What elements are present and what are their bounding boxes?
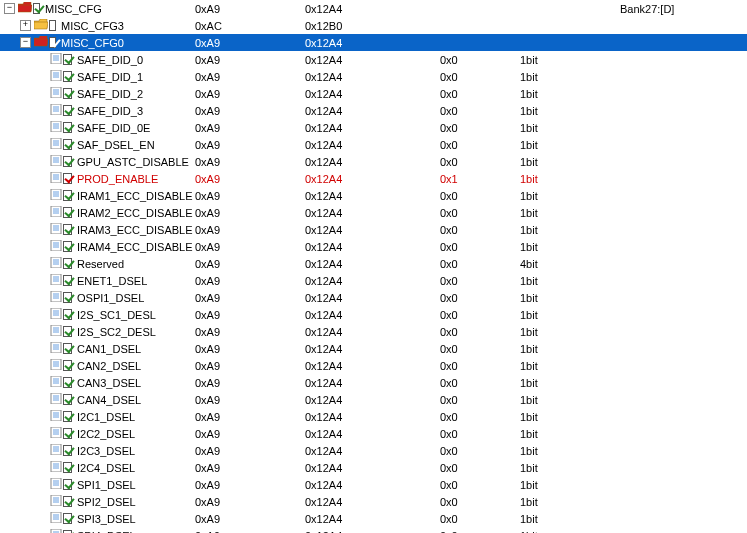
checkbox[interactable] xyxy=(63,156,72,167)
cell-c2: 0x12A4 xyxy=(305,122,440,134)
expand-toggle-icon xyxy=(36,377,47,388)
checkbox[interactable] xyxy=(63,190,72,201)
tree-row[interactable]: I2C3_DSEL0xA90x12A40x01bit xyxy=(0,442,747,459)
checkbox[interactable] xyxy=(63,54,72,65)
checkbox[interactable] xyxy=(49,37,56,48)
cell-c4: 1bit xyxy=(520,394,620,406)
node-label: SAFE_DID_0 xyxy=(76,54,143,66)
tree-row[interactable]: I2C4_DSEL0xA90x12A40x01bit xyxy=(0,459,747,476)
tree-row[interactable]: GPU_ASTC_DISABLE0xA90x12A40x01bit xyxy=(0,153,747,170)
tree-row[interactable]: I2C2_DSEL0xA90x12A40x01bit xyxy=(0,425,747,442)
checkbox[interactable] xyxy=(63,377,72,388)
cell-c4: 1bit xyxy=(520,513,620,525)
checkbox[interactable] xyxy=(63,88,72,99)
checkbox[interactable] xyxy=(63,479,72,490)
tree-row[interactable]: CAN4_DSEL0xA90x12A40x01bit xyxy=(0,391,747,408)
doc-icon xyxy=(50,121,62,134)
tree-row[interactable]: − MISC_CFG0xA90x12A4Bank27:[D] xyxy=(0,0,747,17)
node-label: SPI1_DSEL xyxy=(76,479,136,491)
checkbox[interactable] xyxy=(63,411,72,422)
tree-row[interactable]: SPI2_DSEL0xA90x12A40x01bit xyxy=(0,493,747,510)
checkbox[interactable] xyxy=(63,394,72,405)
expand-toggle-icon xyxy=(36,479,47,490)
doc-icon xyxy=(50,223,62,236)
tree-row[interactable]: IRAM3_ECC_DISABLE0xA90x12A40x01bit xyxy=(0,221,747,238)
cell-c3: 0x0 xyxy=(440,411,520,423)
node-label: SPI4_DSEL xyxy=(76,530,136,534)
cell-c4: 1bit xyxy=(520,122,620,134)
cell-c3: 0x0 xyxy=(440,377,520,389)
checkbox[interactable] xyxy=(63,224,72,235)
tree-row[interactable]: ENET1_DSEL0xA90x12A40x01bit xyxy=(0,272,747,289)
checkbox[interactable] xyxy=(63,207,72,218)
cell-c3: 0x0 xyxy=(440,122,520,134)
tree-row[interactable]: − MISC_CFG00xA90x12A4 xyxy=(0,34,747,51)
checkbox[interactable] xyxy=(63,139,72,150)
tree-row[interactable]: SPI4_DSEL0xA90x12A40x01bit xyxy=(0,527,747,533)
checkbox[interactable] xyxy=(63,241,72,252)
tree-row[interactable]: SPI3_DSEL0xA90x12A40x01bit xyxy=(0,510,747,527)
tree-row[interactable]: + MISC_CFG30xAC0x12B0 xyxy=(0,17,747,34)
expand-toggle-icon[interactable]: − xyxy=(20,37,31,48)
expand-toggle-icon xyxy=(36,258,47,269)
checkbox[interactable] xyxy=(63,105,72,116)
tree-row[interactable]: SAF_DSEL_EN0xA90x12A40x01bit xyxy=(0,136,747,153)
checkbox[interactable] xyxy=(49,20,56,31)
tree-row[interactable]: IRAM4_ECC_DISABLE0xA90x12A40x01bit xyxy=(0,238,747,255)
checkbox[interactable] xyxy=(63,309,72,320)
tree-row[interactable]: SAFE_DID_30xA90x12A40x01bit xyxy=(0,102,747,119)
expand-toggle-icon xyxy=(36,241,47,252)
register-tree[interactable]: − MISC_CFG0xA90x12A4Bank27:[D]+ MISC_CFG… xyxy=(0,0,747,533)
checkbox[interactable] xyxy=(63,462,72,473)
checkbox[interactable] xyxy=(63,275,72,286)
checkbox[interactable] xyxy=(63,445,72,456)
checkbox[interactable] xyxy=(63,292,72,303)
checkbox[interactable] xyxy=(63,428,72,439)
expand-toggle-icon[interactable]: − xyxy=(4,3,15,14)
tree-row[interactable]: I2S_SC1_DESL0xA90x12A40x01bit xyxy=(0,306,747,323)
doc-icon xyxy=(50,257,62,270)
checkbox[interactable] xyxy=(63,360,72,371)
expand-toggle-icon xyxy=(36,105,47,116)
cell-c1: 0xA9 xyxy=(195,394,305,406)
tree-row[interactable]: CAN1_DSEL0xA90x12A40x01bit xyxy=(0,340,747,357)
tree-row[interactable]: SAFE_DID_0E0xA90x12A40x01bit xyxy=(0,119,747,136)
tree-row[interactable]: CAN2_DSEL0xA90x12A40x01bit xyxy=(0,357,747,374)
checkbox[interactable] xyxy=(63,513,72,524)
tree-row[interactable]: I2S_SC2_DESL0xA90x12A40x01bit xyxy=(0,323,747,340)
cell-c2: 0x12A4 xyxy=(305,3,440,15)
tree-row[interactable]: CAN3_DSEL0xA90x12A40x01bit xyxy=(0,374,747,391)
tree-row[interactable]: PROD_ENABLE0xA90x12A40x11bit xyxy=(0,170,747,187)
node-label: SAFE_DID_2 xyxy=(76,88,143,100)
expand-toggle-icon[interactable]: + xyxy=(20,20,31,31)
expand-toggle-icon xyxy=(36,445,47,456)
expand-toggle-icon xyxy=(36,513,47,524)
checkbox[interactable] xyxy=(63,326,72,337)
tree-row[interactable]: IRAM2_ECC_DISABLE0xA90x12A40x01bit xyxy=(0,204,747,221)
expand-toggle-icon xyxy=(36,496,47,507)
tree-row[interactable]: SPI1_DSEL0xA90x12A40x01bit xyxy=(0,476,747,493)
tree-row[interactable]: IRAM1_ECC_DISABLE0xA90x12A40x01bit xyxy=(0,187,747,204)
cell-c3: 0x0 xyxy=(440,309,520,321)
tree-row[interactable]: I2C1_DSEL0xA90x12A40x01bit xyxy=(0,408,747,425)
cell-c4: 1bit xyxy=(520,105,620,117)
cell-c2: 0x12A4 xyxy=(305,530,440,534)
cell-c3: 0x0 xyxy=(440,241,520,253)
cell-c2: 0x12A4 xyxy=(305,156,440,168)
tree-row[interactable]: OSPI1_DSEL0xA90x12A40x01bit xyxy=(0,289,747,306)
tree-row[interactable]: SAFE_DID_00xA90x12A40x01bit xyxy=(0,51,747,68)
cell-c4: 1bit xyxy=(520,462,620,474)
tree-row[interactable]: SAFE_DID_20xA90x12A40x01bit xyxy=(0,85,747,102)
checkbox[interactable] xyxy=(63,122,72,133)
checkbox[interactable] xyxy=(33,3,40,14)
checkbox[interactable] xyxy=(63,496,72,507)
checkbox[interactable] xyxy=(63,343,72,354)
cell-c3: 0x1 xyxy=(440,173,520,185)
tree-row[interactable]: Reserved0xA90x12A40x04bit xyxy=(0,255,747,272)
tree-row[interactable]: SAFE_DID_10xA90x12A40x01bit xyxy=(0,68,747,85)
cell-c1: 0xA9 xyxy=(195,428,305,440)
checkbox[interactable] xyxy=(63,71,72,82)
checkbox[interactable] xyxy=(63,258,72,269)
expand-toggle-icon xyxy=(36,343,47,354)
checkbox[interactable] xyxy=(63,173,72,184)
